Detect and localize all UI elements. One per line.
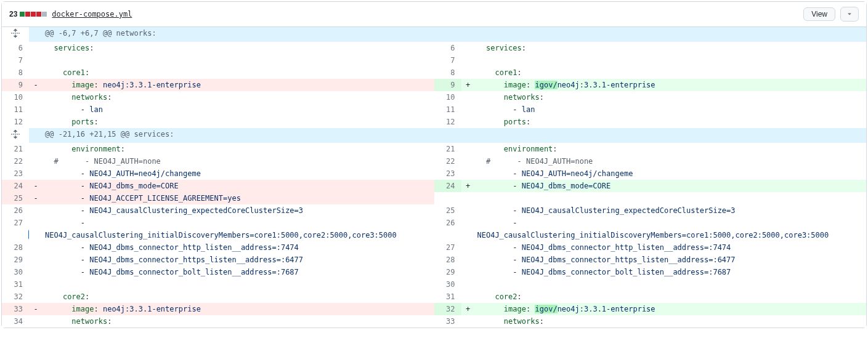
- line-number-left[interactable]: 27+: [2, 217, 29, 241]
- line-number-right[interactable]: 26: [434, 217, 461, 241]
- code-cell-left[interactable]: - lan: [43, 103, 434, 116]
- line-number-left[interactable]: 24: [2, 180, 29, 192]
- line-number-right[interactable]: 31: [434, 291, 461, 303]
- code-cell-right[interactable]: - NEO4J_AUTH=neo4j/changeme: [475, 167, 867, 180]
- line-number-left[interactable]: 32: [2, 291, 29, 303]
- line-number-right[interactable]: 24: [434, 180, 461, 192]
- line-number-left[interactable]: 22: [2, 155, 29, 167]
- expand-icon: [2, 27, 29, 39]
- line-number-right[interactable]: 28: [434, 254, 461, 266]
- code-cell-right[interactable]: environment:: [475, 143, 867, 155]
- code-cell-left[interactable]: - NEO4J_causalClustering_expectedCoreClu…: [43, 204, 434, 217]
- code-cell-right[interactable]: - NEO4J_causalClustering_expectedCoreClu…: [475, 204, 867, 217]
- code-cell-right[interactable]: core1:: [475, 66, 867, 79]
- diffstat[interactable]: 23: [9, 10, 47, 18]
- code-cell-right[interactable]: - NEO4J_dbms_connector_http_listen__addr…: [475, 241, 867, 254]
- line-marker: [461, 66, 475, 79]
- line-number-left[interactable]: 34: [2, 315, 29, 328]
- code-cell-left[interactable]: core2:: [43, 291, 434, 303]
- code-cell-right[interactable]: - NEO4J_causalClustering_initialDiscover…: [475, 217, 867, 241]
- add-comment-button[interactable]: +: [28, 229, 29, 240]
- line-number-right[interactable]: 12: [434, 116, 461, 128]
- code-cell-left[interactable]: - NEO4J_ACCEPT_LICENSE_AGREEMENT=yes: [43, 192, 434, 204]
- line-marker: [29, 66, 43, 79]
- line-number-right[interactable]: 8: [434, 66, 461, 79]
- toggle-diff-button[interactable]: [840, 7, 859, 22]
- code-cell-right[interactable]: - lan: [475, 103, 867, 116]
- code-cell-right[interactable]: core2:: [475, 291, 867, 303]
- code-cell-right[interactable]: image: igov/neo4j:3.3.1-enterprise: [475, 303, 867, 315]
- line-number-right[interactable]: 25: [434, 204, 461, 217]
- code-cell-left[interactable]: - NEO4J_dbms_connector_https_listen__add…: [43, 254, 434, 266]
- diffstat-blocks: [20, 12, 47, 17]
- file-header: 23 docker-compose.yml View: [2, 2, 866, 27]
- line-number-right[interactable]: 9: [434, 79, 461, 91]
- line-number-left[interactable]: 10: [2, 91, 29, 103]
- code-cell-right[interactable]: services:: [475, 42, 867, 54]
- line-number-left[interactable]: 25: [2, 192, 29, 204]
- code-cell-left[interactable]: - NEO4J_dbms_connector_bolt_listen__addr…: [43, 266, 434, 278]
- code-cell-left[interactable]: environment:: [43, 143, 434, 155]
- code-cell-left[interactable]: services:: [43, 42, 434, 54]
- code-cell-right[interactable]: - NEO4J_dbms_mode=CORE: [475, 180, 867, 192]
- code-cell-left[interactable]: [43, 54, 434, 66]
- line-number-left[interactable]: 12: [2, 116, 29, 128]
- expand-hunk-left[interactable]: [2, 128, 29, 143]
- line-number-right[interactable]: 10: [434, 91, 461, 103]
- line-number-right[interactable]: 6: [434, 42, 461, 54]
- line-number-right[interactable]: 27: [434, 241, 461, 254]
- line-number-left[interactable]: 11: [2, 103, 29, 116]
- code-cell-right[interactable]: - NEO4J_dbms_connector_bolt_listen__addr…: [475, 266, 867, 278]
- code-cell-right[interactable]: [475, 278, 867, 291]
- line-marker: [461, 217, 475, 241]
- line-number-left[interactable]: 23: [2, 167, 29, 180]
- line-number-left[interactable]: 21: [2, 143, 29, 155]
- filename-link[interactable]: docker-compose.yml: [52, 10, 132, 18]
- line-number-right[interactable]: 22: [434, 155, 461, 167]
- code-cell-left[interactable]: networks:: [43, 315, 434, 328]
- line-number-left[interactable]: 26: [2, 204, 29, 217]
- line-number-left[interactable]: 8: [2, 66, 29, 79]
- code-cell-left[interactable]: image: neo4j:3.3.1-enterprise: [43, 79, 434, 91]
- code-cell-left[interactable]: - NEO4J_dbms_connector_http_listen__addr…: [43, 241, 434, 254]
- hunk-marker: [29, 27, 43, 42]
- code-cell-right[interactable]: [475, 54, 867, 66]
- line-number-right[interactable]: 23: [434, 167, 461, 180]
- code-cell-right[interactable]: image: igov/neo4j:3.3.1-enterprise: [475, 79, 867, 91]
- code-cell-right[interactable]: networks:: [475, 315, 867, 328]
- line-number-right[interactable]: 11: [434, 103, 461, 116]
- code-cell-left[interactable]: networks:: [43, 91, 434, 103]
- line-number-right[interactable]: 21: [434, 143, 461, 155]
- line-marker: [461, 42, 475, 54]
- code-cell-left[interactable]: core1:: [43, 66, 434, 79]
- expand-hunk-left[interactable]: [2, 27, 29, 42]
- code-cell-left[interactable]: [43, 278, 434, 291]
- code-cell-left[interactable]: image: neo4j:3.3.1-enterprise: [43, 303, 434, 315]
- line-number-right[interactable]: 7: [434, 54, 461, 66]
- code-cell-right[interactable]: networks:: [475, 91, 867, 103]
- line-number-right[interactable]: 33: [434, 315, 461, 328]
- line-marker: [461, 155, 475, 167]
- line-number-right[interactable]: 29: [434, 266, 461, 278]
- code-cell-left[interactable]: - NEO4J_AUTH=neo4j/changeme: [43, 167, 434, 180]
- code-cell-right[interactable]: - NEO4J_dbms_connector_https_listen__add…: [475, 254, 867, 266]
- line-marker: [29, 291, 43, 303]
- diff-row: 33- image: neo4j:3.3.1-enterprise32+ ima…: [2, 303, 866, 315]
- line-number-left[interactable]: 31: [2, 278, 29, 291]
- line-number-right[interactable]: 30: [434, 278, 461, 291]
- code-cell-left[interactable]: ports:: [43, 116, 434, 128]
- code-cell-right[interactable]: ports:: [475, 116, 867, 128]
- code-cell-left[interactable]: - NEO4J_causalClustering_initialDiscover…: [43, 217, 434, 241]
- code-cell-left[interactable]: - NEO4J_dbms_mode=CORE: [43, 180, 434, 192]
- view-button[interactable]: View: [803, 7, 835, 21]
- line-number-left[interactable]: 28: [2, 241, 29, 254]
- line-number-left[interactable]: 30: [2, 266, 29, 278]
- code-cell-left[interactable]: # - NEO4J_AUTH=none: [43, 155, 434, 167]
- line-number-left[interactable]: 9: [2, 79, 29, 91]
- line-number-left[interactable]: 7: [2, 54, 29, 66]
- line-number-right[interactable]: 32: [434, 303, 461, 315]
- code-cell-right[interactable]: # - NEO4J_AUTH=none: [475, 155, 867, 167]
- line-number-left[interactable]: 6: [2, 42, 29, 54]
- line-number-left[interactable]: 33: [2, 303, 29, 315]
- line-number-left[interactable]: 29: [2, 254, 29, 266]
